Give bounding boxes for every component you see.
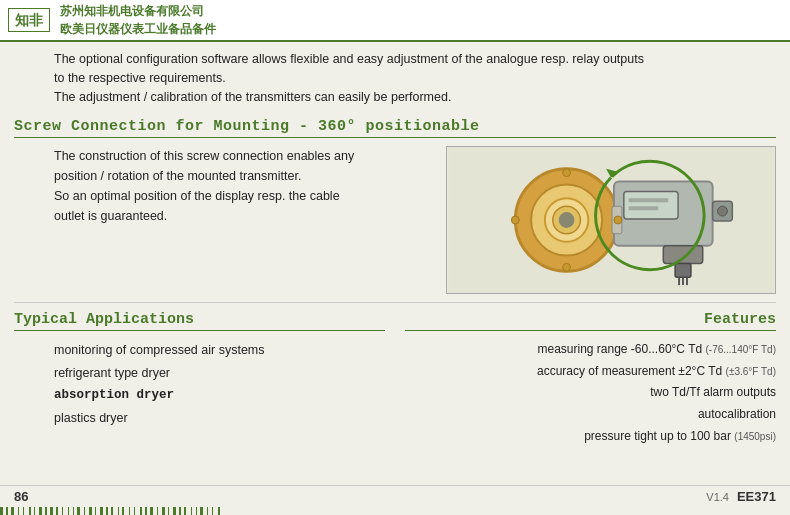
company-name: 苏州知非机电设备有限公司 欧美日仪器仪表工业备品备件 <box>60 2 216 38</box>
svg-rect-12 <box>663 246 702 264</box>
feature-item-2: accuracy of measurement ±2°C Td (±3.6°F … <box>405 361 776 383</box>
svg-point-5 <box>559 212 575 228</box>
app-item-2: refrigerant type dryer <box>14 362 385 385</box>
feature-item-1: measuring range -60...60°C Td (-76...140… <box>405 339 776 361</box>
device-image <box>446 146 776 294</box>
intro-text: The optional configuration software allo… <box>14 42 776 112</box>
feature-item-4: autocalibration <box>405 404 776 426</box>
svg-rect-8 <box>629 199 668 203</box>
app-item-4: plastics dryer <box>14 407 385 430</box>
features: Features measuring range -60...60°C Td (… <box>405 311 776 447</box>
svg-rect-9 <box>629 206 659 210</box>
logo-box: 知非 <box>8 8 50 32</box>
app-item-1: monitoring of compressed air systems <box>14 339 385 362</box>
feature-item-5: pressure tight up to 100 bar (1450psi) <box>405 426 776 448</box>
svg-point-22 <box>614 216 622 224</box>
footer-right: V1.4 EE371 <box>706 489 776 504</box>
screw-section: Screw Connection for Mounting - 360° pos… <box>14 112 776 303</box>
screw-heading: Screw Connection for Mounting - 360° pos… <box>14 118 776 138</box>
version: V1.4 <box>706 491 729 503</box>
svg-point-19 <box>563 169 571 177</box>
features-heading: Features <box>405 311 776 331</box>
svg-rect-13 <box>675 264 691 278</box>
app-item-3: absorption dryer <box>14 384 385 407</box>
svg-point-20 <box>563 264 571 272</box>
logo-text: 知非 <box>15 11 43 29</box>
applications-heading: Typical Applications <box>14 311 385 331</box>
applications: Typical Applications monitoring of compr… <box>14 311 405 447</box>
bottom-section: Typical Applications monitoring of compr… <box>14 303 776 447</box>
screw-text: The construction of this screw connectio… <box>14 146 434 294</box>
model: EE371 <box>737 489 776 504</box>
main-content: The optional configuration software allo… <box>0 42 790 447</box>
barcode-strip: (function() { const bar = document.getEl… <box>0 507 790 515</box>
feature-item-3: two Td/Tf alarm outputs <box>405 382 776 404</box>
footer: 86 V1.4 EE371 <box>0 485 790 507</box>
svg-point-21 <box>511 216 519 224</box>
svg-rect-7 <box>624 192 678 220</box>
screw-content: The construction of this screw connectio… <box>14 146 776 294</box>
page-number: 86 <box>14 489 28 504</box>
header: 知非 苏州知非机电设备有限公司 欧美日仪器仪表工业备品备件 <box>0 0 790 42</box>
svg-point-11 <box>718 206 728 216</box>
